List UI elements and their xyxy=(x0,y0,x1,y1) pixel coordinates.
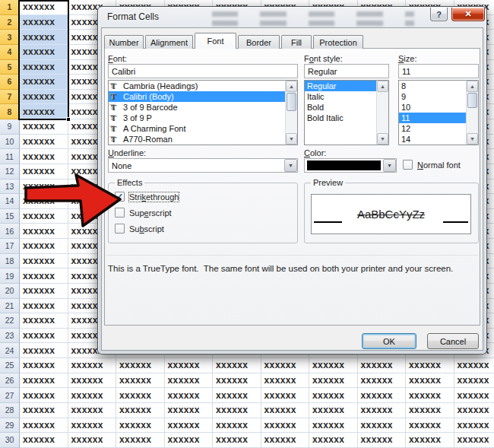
effect-checkbox-row[interactable]: Subscript xyxy=(115,224,164,234)
spreadsheet-cell[interactable]: xxxxxx xyxy=(20,388,68,403)
spreadsheet-cell[interactable]: xxxxxx xyxy=(68,388,117,403)
list-item[interactable]: Italic xyxy=(305,91,376,102)
underline-dropdown[interactable]: None ▼ xyxy=(108,158,298,173)
spreadsheet-cell[interactable]: xxxxxx xyxy=(20,254,68,269)
spreadsheet-cell[interactable]: xxxxxx xyxy=(20,329,68,344)
row-header[interactable]: 5 xyxy=(0,60,20,75)
selection-fill-handle[interactable] xyxy=(66,117,71,122)
spreadsheet-cell[interactable]: xxxxxx xyxy=(406,418,454,434)
spreadsheet-cell[interactable]: xxxxxx xyxy=(68,373,117,389)
size-input[interactable]: 11 xyxy=(398,64,479,78)
list-item[interactable]: 10 xyxy=(399,102,466,113)
spreadsheet-cell[interactable]: xxxxxx xyxy=(20,239,68,254)
row-header[interactable]: 16 xyxy=(0,224,20,239)
spreadsheet-cell[interactable]: xxxxxx xyxy=(165,388,214,403)
spreadsheet-cell[interactable]: xxxxxx xyxy=(454,433,494,448)
spreadsheet-cell[interactable]: xxxxxx xyxy=(213,373,261,389)
row-header[interactable]: 27 xyxy=(0,388,20,403)
spreadsheet-cell[interactable]: xxxxxx xyxy=(20,268,68,284)
spreadsheet-cell[interactable]: xxxxxx xyxy=(406,433,454,448)
size-list-scrollbar[interactable]: ▲ ▼ xyxy=(466,81,478,145)
spreadsheet-cell[interactable]: xxxxxx xyxy=(165,418,214,434)
font-style-scrollbar[interactable]: ▲ ▼ xyxy=(376,81,388,145)
spreadsheet-cell[interactable]: xxxxxx xyxy=(406,373,454,389)
ok-button[interactable]: OK xyxy=(362,333,416,349)
row-header[interactable]: 28 xyxy=(0,403,20,418)
spreadsheet-cell[interactable]: xxxxxx xyxy=(454,373,494,389)
spreadsheet-cell[interactable]: xxxxxx xyxy=(261,358,310,373)
spreadsheet-cell[interactable]: xxxxxx xyxy=(20,433,68,448)
row-header[interactable]: 15 xyxy=(0,209,20,224)
row-header[interactable]: 22 xyxy=(0,313,20,329)
spreadsheet-cell[interactable]: xxxxxx xyxy=(116,388,165,403)
spreadsheet-cell[interactable]: xxxxxx xyxy=(20,418,68,434)
spreadsheet-cell[interactable]: xxxxxx xyxy=(309,388,358,403)
effect-checkbox-row[interactable]: ✓Strikethrough xyxy=(115,192,179,202)
spreadsheet-cell[interactable]: xxxxxx xyxy=(261,373,310,389)
spreadsheet-cell[interactable]: xxxxxx xyxy=(358,433,407,448)
row-header[interactable]: 4 xyxy=(0,45,20,60)
help-button[interactable]: ? xyxy=(430,8,448,21)
row-header[interactable]: 25 xyxy=(0,358,20,373)
spreadsheet-cell[interactable]: xxxxxx xyxy=(358,358,407,373)
scroll-up-icon[interactable]: ▲ xyxy=(377,81,388,92)
close-button[interactable]: ✕ xyxy=(451,8,485,21)
spreadsheet-cell[interactable]: xxxxxx xyxy=(20,135,68,150)
spreadsheet-cell[interactable]: xxxxxx xyxy=(165,433,214,448)
row-header[interactable]: 6 xyxy=(0,75,20,90)
row-header[interactable]: 14 xyxy=(0,194,20,209)
row-header[interactable]: 29 xyxy=(0,418,20,434)
spreadsheet-cell[interactable]: xxxxxx xyxy=(20,358,68,373)
unchecked-checkbox[interactable] xyxy=(115,224,125,234)
spreadsheet-cell[interactable]: xxxxxx xyxy=(116,373,165,389)
row-header[interactable]: 30 xyxy=(0,433,20,448)
row-header[interactable]: 8 xyxy=(0,104,20,119)
list-item[interactable]: 9 xyxy=(399,91,466,102)
list-item[interactable]: 12 xyxy=(399,123,466,134)
row-header[interactable]: 2 xyxy=(0,15,20,30)
spreadsheet-cell[interactable]: xxxxxx xyxy=(116,358,165,373)
row-header[interactable]: 20 xyxy=(0,284,20,299)
row-header[interactable]: 13 xyxy=(0,180,20,195)
row-header[interactable]: 7 xyxy=(0,90,20,105)
size-listbox[interactable]: ▲ ▼ 8910111214 xyxy=(398,80,479,145)
spreadsheet-cell[interactable]: xxxxxx xyxy=(454,403,494,418)
spreadsheet-cell[interactable]: xxxxxx xyxy=(20,299,68,314)
row-header[interactable]: 24 xyxy=(0,343,20,358)
spreadsheet-cell[interactable]: xxxxxx xyxy=(68,358,117,373)
spreadsheet-cell[interactable]: xxxxxx xyxy=(309,373,358,389)
tab-alignment[interactable]: Alignment xyxy=(145,35,193,49)
spreadsheet-cell[interactable]: xxxxxx xyxy=(20,209,68,224)
spreadsheet-cell[interactable]: xxxxxx xyxy=(20,119,68,135)
row-header[interactable]: 17 xyxy=(0,239,20,254)
spreadsheet-cell[interactable]: xxxxxx xyxy=(20,194,68,209)
row-header[interactable]: 12 xyxy=(0,164,20,180)
spreadsheet-cell[interactable]: xxxxxx xyxy=(116,418,165,434)
spreadsheet-cell[interactable]: xxxxxx xyxy=(358,388,407,403)
row-header[interactable]: 3 xyxy=(0,30,20,45)
row-header[interactable]: 10 xyxy=(0,135,20,150)
list-item[interactable]: T3 of 9 P xyxy=(109,113,285,123)
list-item[interactable]: Regular xyxy=(305,81,376,91)
font-style-listbox[interactable]: ▲ ▼ RegularItalicBoldBold Italic xyxy=(304,80,389,145)
spreadsheet-cell[interactable]: xxxxxx xyxy=(309,433,358,448)
spreadsheet-cell[interactable]: xxxxxx xyxy=(68,403,117,418)
row-header[interactable]: 19 xyxy=(0,268,20,284)
list-item[interactable]: TA770-Roman xyxy=(109,134,285,145)
spreadsheet-cell[interactable]: xxxxxx xyxy=(358,403,407,418)
scroll-down-icon[interactable]: ▼ xyxy=(467,133,478,145)
spreadsheet-cell[interactable]: xxxxxx xyxy=(454,418,494,434)
tab-border[interactable]: Border xyxy=(238,35,280,49)
spreadsheet-cell[interactable]: xxxxxx xyxy=(261,388,310,403)
font-style-input[interactable]: Regular xyxy=(304,64,389,78)
list-item[interactable]: TCalibri (Body) xyxy=(109,91,285,102)
spreadsheet-cell[interactable]: xxxxxx xyxy=(406,358,454,373)
row-header[interactable]: 1 xyxy=(0,0,20,15)
spreadsheet-cell[interactable]: xxxxxx xyxy=(20,164,68,180)
list-item[interactable]: 11 xyxy=(399,113,466,123)
spreadsheet-cell[interactable]: xxxxxx xyxy=(116,403,165,418)
row-header[interactable]: 26 xyxy=(0,373,20,389)
scroll-down-icon[interactable]: ▼ xyxy=(377,133,388,145)
list-item[interactable]: 14 xyxy=(399,134,466,145)
spreadsheet-cell[interactable]: xxxxxx xyxy=(165,403,214,418)
